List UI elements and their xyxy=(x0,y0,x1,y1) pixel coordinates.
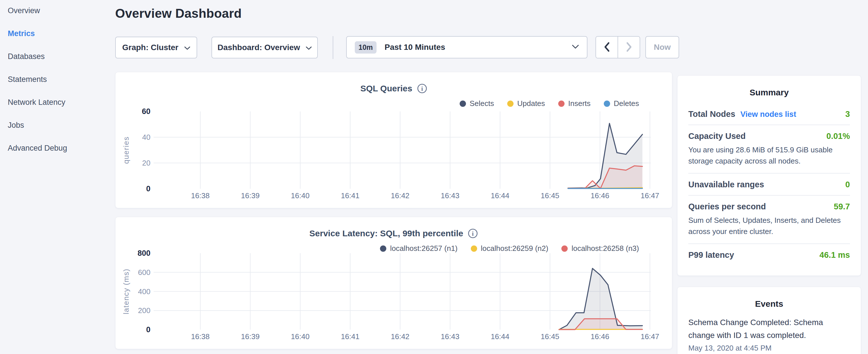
x-axis-tick-label: 16:42 xyxy=(391,332,409,341)
summary-row: Capacity Used0.01% xyxy=(688,125,850,147)
x-axis-tick-label: 16:43 xyxy=(441,332,459,341)
x-axis-tick-label: 16:45 xyxy=(541,332,559,341)
x-axis-tick-label: 16:46 xyxy=(591,191,609,200)
event-message: Schema Change Completed: Schema change w… xyxy=(688,316,850,342)
chart-plot: 16:3816:3916:4016:4116:4216:4316:4416:45… xyxy=(116,72,673,208)
summary-row: Total NodesView nodes list3 xyxy=(688,103,850,125)
y-axis-tick-label: 0 xyxy=(146,185,150,193)
y-axis-tick-label: 60 xyxy=(142,107,150,116)
sql-queries-chart-card: SQL Queries i SelectsUpdatesInsertsDelet… xyxy=(115,72,672,208)
chevron-down-icon xyxy=(184,43,190,52)
summary-row: Queries per second59.7 xyxy=(688,196,850,217)
time-range-selector[interactable]: 10m Past 10 Minutes xyxy=(346,36,587,58)
y-axis-label: queries xyxy=(122,136,130,164)
x-axis-tick-label: 16:41 xyxy=(341,191,359,200)
x-axis-tick-label: 16:41 xyxy=(341,332,359,341)
summary-title: Summary xyxy=(688,88,850,97)
sidebar-item-jobs[interactable]: Jobs xyxy=(0,114,109,137)
events-list: Schema Change Completed: Schema change w… xyxy=(688,316,850,353)
summary-row-description: You are using 28.6 MiB of 515.9 GiB usab… xyxy=(688,144,850,167)
x-axis-tick-label: 16:44 xyxy=(491,332,509,341)
sidebar-item-statements[interactable]: Statements xyxy=(0,68,109,91)
x-axis-tick-label: 16:38 xyxy=(191,191,210,200)
page-title: Overview Dashboard xyxy=(115,6,242,21)
sidebar-item-advanced-debug[interactable]: Advanced Debug xyxy=(0,137,109,160)
chevron-down-icon xyxy=(306,43,312,52)
x-axis-tick-label: 16:45 xyxy=(541,191,559,200)
chart-plot: 16:3816:3916:4016:4116:4216:4316:4416:45… xyxy=(116,217,673,349)
dashboard-dropdown[interactable]: Dashboard: Overview xyxy=(212,37,318,58)
summary-row-label: Capacity Used xyxy=(688,131,746,141)
summary-row: Unavailable ranges0 xyxy=(688,173,850,195)
summary-row-value: 59.7 xyxy=(834,202,850,212)
service-latency-chart-card: Service Latency: SQL, 99th percentile i … xyxy=(115,217,672,349)
summary-row: P99 latency46.1 ms xyxy=(688,244,850,265)
sidebar-item-overview[interactable]: Overview xyxy=(0,0,109,22)
y-axis-tick-label: 600 xyxy=(138,268,150,277)
view-nodes-list-link[interactable]: View nodes list xyxy=(741,110,796,119)
event-timestamp: May 13, 2020 at 4:45 PM xyxy=(688,344,850,353)
now-button[interactable]: Now xyxy=(645,36,679,58)
x-axis-tick-label: 16:42 xyxy=(391,191,409,200)
x-axis-tick-label: 16:38 xyxy=(191,332,210,341)
x-axis-tick-label: 16:39 xyxy=(241,191,260,200)
y-axis-tick-label: 20 xyxy=(142,159,150,167)
y-axis-tick-label: 0 xyxy=(146,325,150,334)
summary-row-label: Unavailable ranges xyxy=(688,180,764,189)
graph-dropdown-label: Graph: Cluster xyxy=(122,43,178,52)
summary-row-label: Total Nodes xyxy=(688,109,735,119)
sidebar-item-databases[interactable]: Databases xyxy=(0,45,109,68)
summary-row-label: Queries per second xyxy=(688,202,766,212)
sidebar-item-network-latency[interactable]: Network Latency xyxy=(0,91,109,114)
summary-row-description: Sum of Selects, Updates, Inserts, and De… xyxy=(688,215,850,237)
summary-row-value: 46.1 ms xyxy=(819,250,850,260)
time-range-label: Past 10 Minutes xyxy=(384,43,445,52)
x-axis-tick-label: 16:44 xyxy=(491,191,509,200)
chevron-right-icon xyxy=(626,42,632,53)
dashboard-dropdown-label: Dashboard: Overview xyxy=(217,43,300,52)
summary-row-value: 3 xyxy=(845,109,850,119)
x-axis-tick-label: 16:40 xyxy=(291,191,309,200)
events-title: Events xyxy=(688,299,850,309)
graph-dropdown[interactable]: Graph: Cluster xyxy=(115,37,197,58)
chevron-left-icon xyxy=(604,42,610,53)
time-range-badge: 10m xyxy=(355,41,376,54)
sidebar-item-metrics[interactable]: Metrics xyxy=(0,22,109,45)
time-step-button-group xyxy=(595,36,640,58)
summary-panel: Summary Total NodesView nodes list3Capac… xyxy=(677,75,861,276)
summary-row-value: 0.01% xyxy=(827,131,850,141)
summary-row-value: 0 xyxy=(845,180,850,189)
time-prev-button[interactable] xyxy=(596,37,618,58)
time-next-button[interactable] xyxy=(618,37,640,58)
x-axis-tick-label: 16:47 xyxy=(641,332,659,341)
y-axis-label: latency (ms) xyxy=(122,269,130,315)
summary-row-label: P99 latency xyxy=(688,250,734,260)
x-axis-tick-label: 16:40 xyxy=(291,332,309,341)
x-axis-tick-label: 16:46 xyxy=(591,332,609,341)
y-axis-tick-label: 200 xyxy=(138,306,150,315)
y-axis-tick-label: 800 xyxy=(137,249,150,257)
x-axis-tick-label: 16:47 xyxy=(641,191,659,200)
x-axis-tick-label: 16:39 xyxy=(241,332,260,341)
controls-divider xyxy=(333,36,333,59)
events-panel: Events Schema Change Completed: Schema c… xyxy=(677,287,861,354)
chevron-down-icon xyxy=(572,45,579,50)
summary-rows: Total NodesView nodes list3Capacity Used… xyxy=(688,103,850,265)
y-axis-tick-label: 40 xyxy=(142,133,150,141)
x-axis-tick-label: 16:43 xyxy=(441,191,459,200)
sidebar: OverviewMetricsDatabasesStatementsNetwor… xyxy=(0,0,109,160)
y-axis-tick-label: 400 xyxy=(138,287,150,296)
